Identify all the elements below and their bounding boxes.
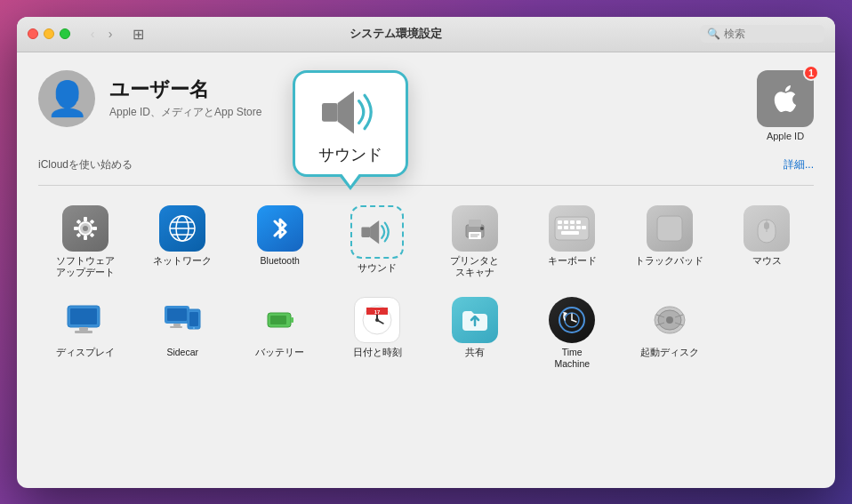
icloud-text: iCloudを使い始める <box>38 157 133 172</box>
svg-rect-17 <box>362 227 371 236</box>
icon-item-software-update[interactable]: ソフトウェアアップデート <box>38 200 133 284</box>
sidecar-label: Sidecar <box>166 347 198 359</box>
svg-rect-35 <box>561 231 579 235</box>
svg-rect-32 <box>570 226 575 229</box>
icon-item-timemachine[interactable]: TimeMachine <box>526 292 620 376</box>
icon-item-sound[interactable]: サウンド <box>331 200 425 284</box>
icon-item-displays[interactable]: ディスプレイ <box>38 292 133 376</box>
svg-rect-47 <box>170 326 182 328</box>
svg-rect-41 <box>70 308 97 324</box>
icon-item-datetime[interactable]: 17 日付と時刻 <box>331 292 425 376</box>
sharing-icon <box>452 297 498 343</box>
icloud-bar: iCloudを使い始める 詳細... <box>38 152 814 186</box>
sound-icon-grid <box>358 216 397 248</box>
displays-label: ディスプレイ <box>56 347 115 359</box>
software-update-icon <box>62 205 109 252</box>
titlebar: ‹ › ⊞ システム環境設定 🔍 <box>17 17 835 52</box>
svg-rect-31 <box>564 226 568 229</box>
search-icon: 🔍 <box>707 28 720 40</box>
content-area: サウンド 👤 ユーザー名 Apple ID、メディアとApp Store 1 <box>17 52 835 488</box>
keyboard-icon <box>549 205 595 252</box>
icon-item-startup[interactable]: 起動ディスク <box>623 292 717 376</box>
system-preferences-window: ‹ › ⊞ システム環境設定 🔍 サウンド <box>17 17 835 488</box>
icon-item-bluetooth[interactable]: Bluetooth <box>233 200 327 284</box>
svg-rect-33 <box>576 226 581 229</box>
svg-rect-6 <box>74 227 78 230</box>
icon-item-keyboard[interactable]: キーボード <box>526 200 620 284</box>
sharing-label: 共有 <box>465 347 485 359</box>
svg-rect-5 <box>84 236 87 240</box>
avatar[interactable]: 👤 <box>38 70 95 127</box>
displays-icon <box>62 297 109 343</box>
apple-id-label: Apple ID <box>767 131 804 141</box>
svg-rect-49 <box>189 312 198 326</box>
battery-label: バッテリー <box>255 347 304 359</box>
svg-rect-52 <box>291 317 293 323</box>
apple-logo-icon <box>769 83 801 115</box>
search-bar[interactable]: 🔍 <box>700 25 824 43</box>
user-name: ユーザー名 <box>109 76 261 103</box>
sidecar-icon <box>159 297 205 343</box>
close-button[interactable] <box>28 28 38 39</box>
startup-icon <box>647 297 693 343</box>
icon-item-sidecar[interactable]: Sidecar <box>136 292 230 376</box>
svg-line-63 <box>572 320 576 322</box>
svg-rect-53 <box>270 316 286 324</box>
icloud-detail-link[interactable]: 詳細... <box>784 157 814 172</box>
bluetooth-icon <box>257 205 303 252</box>
sound-icon-large <box>315 85 386 139</box>
svg-rect-36 <box>657 216 682 241</box>
icon-item-battery[interactable]: バッテリー <box>233 292 327 376</box>
sound-tooltip-label: サウンド <box>318 144 382 165</box>
window-title: システム環境設定 <box>98 26 693 42</box>
network-icon <box>159 205 205 252</box>
svg-rect-29 <box>576 220 581 224</box>
svg-rect-27 <box>564 220 568 224</box>
svg-rect-39 <box>764 222 769 229</box>
printers-icon <box>452 205 498 252</box>
sound-tooltip: サウンド <box>293 70 408 177</box>
svg-rect-28 <box>570 220 575 224</box>
icon-item-mouse[interactable]: マウス <box>720 200 815 284</box>
svg-text:17: 17 <box>374 309 381 315</box>
avatar-icon: 👤 <box>46 79 88 118</box>
icon-item-network[interactable]: ネットワーク <box>136 200 230 284</box>
svg-point-3 <box>83 226 88 231</box>
mouse-label: マウス <box>752 255 782 268</box>
network-label: ネットワーク <box>153 255 212 268</box>
icon-item-sharing[interactable]: 共有 <box>428 292 522 376</box>
svg-rect-30 <box>558 226 562 229</box>
battery-icon <box>257 297 303 343</box>
printers-label: プリンタとスキャナ <box>450 255 499 279</box>
software-update-label: ソフトウェアアップデート <box>56 255 115 279</box>
user-subtitle: Apple ID、メディアとApp Store <box>109 105 261 120</box>
apple-id-icon: 1 <box>757 70 814 127</box>
apple-id-section[interactable]: 1 Apple ID <box>757 70 814 141</box>
svg-point-67 <box>666 316 673 324</box>
datetime-icon: 17 <box>354 297 400 343</box>
sound-selected-wrapper <box>350 205 404 259</box>
mouse-icon <box>743 205 790 252</box>
user-info: ユーザー名 Apple ID、メディアとApp Store <box>109 76 261 120</box>
svg-marker-1 <box>338 91 354 133</box>
svg-rect-42 <box>79 327 88 331</box>
notification-badge: 1 <box>803 65 819 81</box>
svg-rect-34 <box>582 226 586 229</box>
keyboard-label: キーボード <box>548 255 597 268</box>
minimize-button[interactable] <box>44 28 54 39</box>
svg-rect-21 <box>469 232 481 239</box>
sound-icon-selected <box>350 205 404 259</box>
icon-item-trackpad[interactable]: トラックパッド <box>623 200 717 284</box>
traffic-lights <box>28 28 70 39</box>
icon-item-printers[interactable]: プリンタとスキャナ <box>428 200 522 284</box>
timemachine-icon <box>549 297 595 343</box>
startup-label: 起動ディスク <box>640 347 699 359</box>
svg-point-50 <box>193 327 195 329</box>
fullscreen-button[interactable] <box>60 28 70 39</box>
svg-rect-0 <box>322 103 338 122</box>
search-input[interactable] <box>724 28 817 40</box>
icons-grid: ソフトウェアアップデート ネットワーク <box>38 200 814 377</box>
bluetooth-label: Bluetooth <box>261 255 300 268</box>
svg-rect-26 <box>558 220 562 224</box>
sound-label: サウンド <box>358 262 397 275</box>
